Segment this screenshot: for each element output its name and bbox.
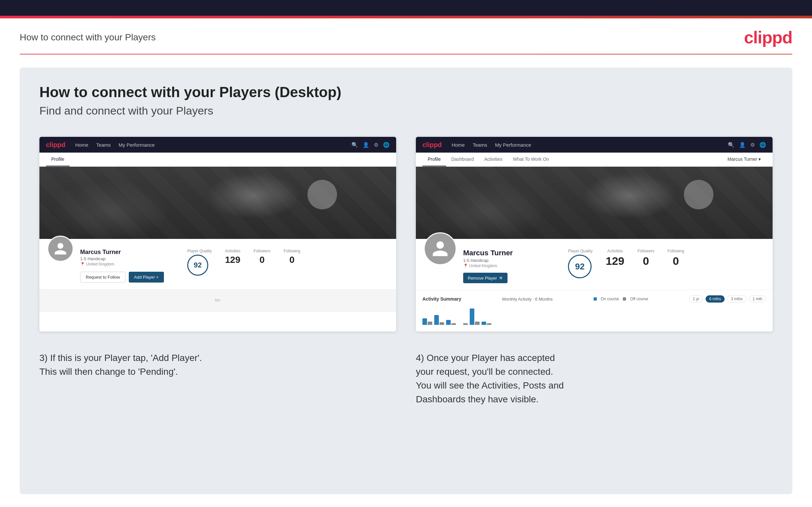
breadcrumb: How to connect with your Players	[20, 32, 156, 43]
right-profile-area: Marcus Turner 1-5 Handicap 📍 United King…	[416, 239, 773, 290]
right-activity-header: Activity Summary Monthly Activity · 6 Mo…	[422, 295, 766, 302]
tab-3mths[interactable]: 3 mths	[727, 295, 746, 302]
left-player-name: Marcus Turner	[80, 249, 181, 256]
left-player-handicap: 1-5 Handicap	[80, 256, 181, 261]
bar-off-4	[463, 323, 468, 325]
bar-off-3	[451, 323, 456, 325]
left-nav-icons: 🔍 👤 ⚙ 🌐	[351, 142, 390, 148]
right-tab-dashboard[interactable]: Dashboard	[446, 153, 479, 166]
right-nav-logo: clippd	[422, 141, 442, 149]
off-course-label: Off course	[630, 297, 648, 301]
left-player-location: 📍 United Kingdom	[80, 262, 181, 267]
remove-player-button[interactable]: Remove Player ✕	[463, 273, 507, 283]
bar-group-5	[470, 308, 479, 325]
right-following-value: 0	[667, 255, 684, 268]
right-stat-followers: Followers 0	[638, 249, 654, 268]
screenshot-right: clippd Home Teams My Performance 🔍 👤 ⚙ 🌐…	[416, 137, 773, 331]
right-profile-info: Marcus Turner 1-5 Handicap 📍 United King…	[463, 245, 561, 283]
followers-label: Followers	[254, 249, 270, 253]
left-profile-area: Marcus Turner 1-5 Handicap 📍 United King…	[39, 239, 396, 289]
right-quality-circle: 92	[568, 255, 592, 278]
right-search-icon[interactable]: 🔍	[728, 142, 734, 148]
right-nav-myperformance[interactable]: My Performance	[495, 142, 531, 148]
left-stat-following: Following 0	[284, 249, 300, 265]
left-profile-info: Marcus Turner 1-5 Handicap 📍 United King…	[80, 245, 181, 283]
tab-1yr[interactable]: 1 yr	[689, 295, 703, 302]
caption-right: 4) Once your Player has acceptedyour req…	[416, 351, 773, 406]
right-action-buttons: Remove Player ✕	[463, 273, 561, 283]
right-player-handicap: 1-5 Handicap	[463, 258, 561, 263]
right-activities-value: 129	[606, 255, 624, 268]
left-nav-links: Home Teams My Performance	[75, 142, 351, 148]
right-nav-teams[interactable]: Teams	[473, 142, 487, 148]
close-icon: ✕	[499, 275, 503, 281]
bar-on-3	[446, 320, 451, 325]
on-course-legend-dot	[594, 297, 597, 300]
right-followers-label: Followers	[638, 249, 654, 253]
bar-on-6	[481, 322, 486, 325]
user-icon[interactable]: 👤	[363, 142, 369, 148]
left-nav-teams[interactable]: Teams	[96, 142, 111, 148]
header: How to connect with your Players clippd	[0, 18, 812, 54]
right-nav-links: Home Teams My Performance	[452, 142, 728, 148]
bar-group-4	[458, 323, 468, 325]
right-user-icon[interactable]: 👤	[739, 142, 746, 148]
tab-6mths[interactable]: 6 mths	[706, 295, 725, 302]
right-nav-icons: 🔍 👤 ⚙ 🌐	[728, 142, 766, 148]
left-stat-followers: Followers 0	[254, 249, 270, 265]
left-profile-row: Marcus Turner 1-5 Handicap 📍 United King…	[47, 245, 388, 283]
bar-group-3	[446, 320, 456, 325]
page-heading: How to connect with your Players (Deskto…	[39, 84, 773, 100]
left-pencil-area: ✏	[39, 289, 396, 312]
add-player-button[interactable]: Add Player +	[129, 272, 164, 283]
left-app-nav: clippd Home Teams My Performance 🔍 👤 ⚙ 🌐	[39, 137, 396, 153]
left-hero-image	[39, 167, 396, 239]
caption-right-area: 4) Once your Player has acceptedyour req…	[416, 351, 773, 406]
top-bar	[0, 0, 812, 16]
left-avatar	[47, 236, 73, 262]
right-followers-value: 0	[638, 255, 654, 268]
red-stripe	[0, 16, 812, 18]
caption-left-area: 3) If this is your Player tap, 'Add Play…	[39, 351, 396, 406]
search-icon[interactable]: 🔍	[351, 142, 358, 148]
right-globe-icon[interactable]: 🌐	[759, 142, 766, 148]
captions-row: 3) If this is your Player tap, 'Add Play…	[39, 351, 773, 406]
right-golf-texture	[416, 167, 773, 239]
off-course-legend-dot	[623, 297, 626, 300]
quality-circle: 92	[187, 255, 208, 276]
right-activities-label: Activities	[606, 249, 624, 253]
right-nav-home[interactable]: Home	[452, 142, 465, 148]
right-location-icon: 📍	[463, 264, 468, 268]
quality-label: Player Quality	[187, 249, 212, 253]
activities-label: Activities	[225, 249, 241, 253]
bar-on-5	[470, 308, 474, 325]
right-activity-legend: On course Off course	[594, 297, 648, 301]
left-nav-myperformance[interactable]: My Performance	[118, 142, 155, 148]
left-nav-home[interactable]: Home	[75, 142, 88, 148]
following-value: 0	[284, 255, 300, 265]
right-tab-activities[interactable]: Activities	[479, 153, 507, 166]
left-action-buttons: Request to Follow Add Player +	[80, 272, 181, 283]
right-tab-whattoworkon[interactable]: What To Work On	[507, 153, 554, 166]
right-settings-icon[interactable]: ⚙	[750, 142, 755, 148]
left-profile-stats: Player Quality 92 Activities 129 Followe…	[187, 245, 388, 276]
settings-icon[interactable]: ⚙	[374, 142, 378, 148]
right-player-name: Marcus Turner	[463, 249, 561, 257]
right-tab-list: Profile Dashboard Activities What To Wor…	[422, 153, 554, 166]
screenshots-row: clippd Home Teams My Performance 🔍 👤 ⚙ 🌐…	[39, 137, 773, 331]
tab-profile[interactable]: Profile	[46, 153, 70, 166]
right-player-dropdown[interactable]: Marcus Turner ▾	[722, 153, 766, 166]
request-follow-button[interactable]: Request to Follow	[80, 272, 125, 283]
right-tab-profile[interactable]: Profile	[422, 153, 446, 166]
bar-on-2	[434, 315, 439, 325]
right-chart-bars	[422, 306, 766, 326]
globe-icon[interactable]: 🌐	[383, 142, 390, 148]
right-stat-activities: Activities 129	[606, 249, 624, 268]
caption-left: 3) If this is your Player tap, 'Add Play…	[39, 351, 396, 379]
right-activity-summary: Activity Summary Monthly Activity · 6 Mo…	[416, 290, 773, 331]
right-tabs: Profile Dashboard Activities What To Wor…	[416, 153, 773, 167]
tab-1mth[interactable]: 1 mth	[749, 295, 766, 302]
bar-off-6	[487, 323, 492, 325]
screenshot-left: clippd Home Teams My Performance 🔍 👤 ⚙ 🌐…	[39, 137, 396, 331]
left-stat-activities: Activities 129	[225, 249, 241, 265]
